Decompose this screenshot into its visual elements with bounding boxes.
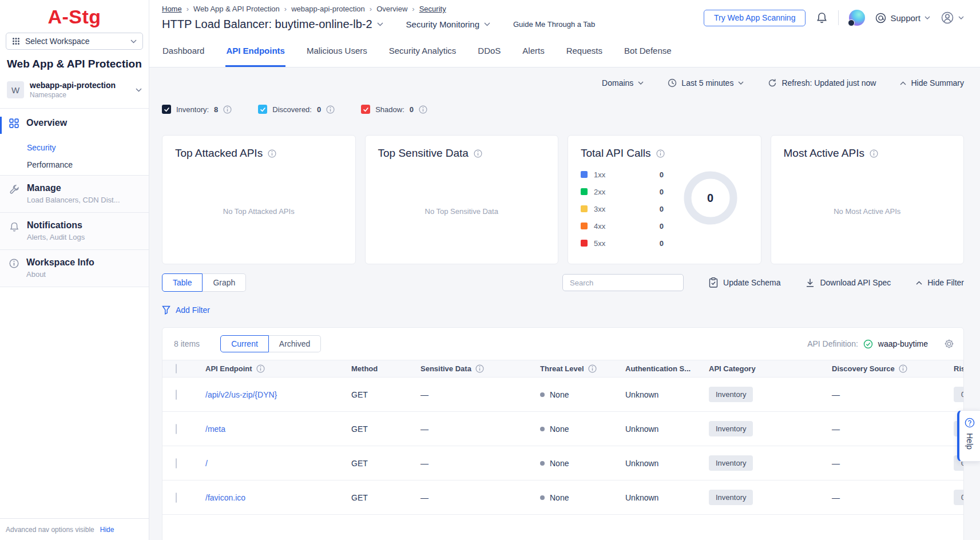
authentication-cell: Unknown — [625, 459, 709, 468]
monitoring-selector[interactable]: Security Monitoring — [406, 19, 490, 29]
tab-api-endpoints[interactable]: API Endpoints — [225, 46, 285, 67]
tab-ddos[interactable]: DDoS — [477, 46, 501, 67]
avatar-badge — [848, 19, 855, 26]
sidebar-item-performance[interactable]: Performance — [27, 160, 149, 169]
column-header-authentication-s: Authentication S... — [625, 364, 709, 373]
chevron-up-icon — [900, 81, 906, 85]
filter-checkbox-inventory[interactable]: Inventory:8 — [162, 105, 232, 114]
row-checkbox[interactable] — [176, 458, 177, 468]
archived-tab[interactable]: Archived — [269, 335, 321, 352]
filter-checkbox-discovered[interactable]: Discovered:0 — [258, 105, 335, 114]
current-tab[interactable]: Current — [220, 335, 269, 352]
select-all-checkbox[interactable] — [176, 364, 177, 374]
info-icon[interactable] — [268, 149, 276, 158]
domains-dropdown[interactable]: Domains — [602, 78, 644, 88]
tab-dashboard[interactable]: Dashboard — [162, 46, 205, 67]
info-icon[interactable] — [870, 149, 878, 158]
info-icon[interactable] — [419, 105, 427, 114]
chevron-down-icon — [130, 39, 137, 43]
legend-label: 4xx — [594, 222, 605, 231]
filter-checkbox-shadow[interactable]: Shadow:0 — [361, 105, 427, 114]
support-icon — [875, 13, 886, 23]
breadcrumb-item[interactable]: webapp-api-protection — [291, 5, 376, 13]
info-icon[interactable] — [656, 149, 665, 158]
gear-icon[interactable] — [944, 339, 954, 349]
namespace-selector[interactable]: W webapp-api-protection Namespace — [0, 77, 149, 109]
search-input[interactable] — [562, 274, 684, 291]
api-definition-label: API Definition: — [807, 339, 858, 348]
info-icon[interactable] — [475, 364, 484, 373]
sidebar-item-workspace-info[interactable]: Workspace InfoAbout — [0, 250, 149, 287]
breadcrumb-item[interactable]: Web App & API Protection — [193, 5, 291, 13]
column-header-label: Sensitive Data — [420, 364, 471, 373]
info-icon[interactable] — [326, 105, 335, 114]
endpoint-link[interactable]: /meta — [205, 424, 351, 434]
sidebar-item-notifications[interactable]: NotificationsAlerts, Audit Logs — [0, 213, 149, 250]
endpoint-link[interactable]: / — [205, 459, 351, 468]
tab-malicious-users[interactable]: Malicious Users — [306, 46, 368, 67]
help-panel-toggle[interactable]: Help — [957, 410, 980, 462]
time-range-dropdown[interactable]: Last 5 minutes — [668, 78, 744, 88]
filter-label: Inventory: — [176, 105, 209, 114]
try-web-app-scanning-button[interactable]: Try Web App Scanning — [704, 10, 806, 26]
checkbox-checked-icon[interactable] — [162, 105, 171, 114]
account-menu[interactable] — [941, 11, 964, 25]
row-checkbox[interactable] — [176, 424, 177, 434]
hide-summary-toggle[interactable]: Hide Summary — [900, 78, 964, 88]
discovery-source-cell: — — [832, 493, 954, 502]
tab-alerts[interactable]: Alerts — [522, 46, 545, 67]
threat-level-text: None — [550, 459, 569, 468]
page-tabs: DashboardAPI EndpointsMalicious UsersSec… — [149, 34, 980, 68]
update-schema-button[interactable]: Update Schema — [709, 277, 780, 288]
legend-color-swatch — [581, 205, 588, 212]
support-menu[interactable]: Support — [875, 13, 930, 23]
sidebar-item-manage[interactable]: ManageLoad Balancers, CDN Dist... — [0, 176, 149, 213]
assistant-avatar[interactable] — [849, 10, 865, 26]
tab-requests[interactable]: Requests — [566, 46, 603, 67]
hide-nav-link[interactable]: Hide — [100, 526, 114, 534]
notifications-bell-icon[interactable] — [816, 11, 828, 24]
endpoint-link[interactable]: /favicon.ico — [205, 493, 351, 502]
api-category-chip: Inventory — [709, 387, 753, 402]
column-header-threat-level: Threat Level — [540, 364, 625, 373]
empty-state-text: No Top Sensitive Data — [366, 207, 558, 216]
checkbox-checked-icon[interactable] — [258, 105, 267, 114]
tab-security-analytics[interactable]: Security Analytics — [388, 46, 457, 67]
hide-filter-toggle[interactable]: Hide Filter — [916, 278, 964, 287]
graph-view-button[interactable]: Graph — [203, 273, 246, 292]
table-view-button[interactable]: Table — [162, 273, 203, 292]
breadcrumb-item[interactable]: Home — [162, 5, 193, 13]
breadcrumb-item[interactable]: Overview — [376, 5, 419, 13]
api-definition-name[interactable]: waap-buytime — [878, 339, 928, 348]
breadcrumb-item[interactable]: Security — [419, 5, 446, 13]
info-icon[interactable] — [256, 364, 265, 373]
column-header-api-endpoint: API Endpoint — [205, 364, 351, 373]
row-checkbox[interactable] — [176, 390, 177, 400]
column-header-label: Discovery Source — [832, 364, 895, 373]
endpoint-link[interactable]: /api/v2/us-zip/{DYN} — [205, 390, 351, 399]
legend-value: 0 — [660, 170, 664, 179]
info-icon[interactable] — [588, 364, 597, 373]
refresh-button[interactable]: Refresh: Updated just now — [768, 78, 876, 88]
sidebar-item-overview[interactable]: Overview — [0, 109, 149, 133]
workspace-selector[interactable]: Select Workspace — [6, 33, 143, 50]
download-api-spec-button[interactable]: Download API Spec — [806, 278, 891, 288]
info-icon[interactable] — [899, 364, 907, 373]
tab-bot-defense[interactable]: Bot Defense — [624, 46, 672, 67]
row-checkbox[interactable] — [176, 493, 177, 503]
guide-me-link[interactable]: Guide Me Through a Tab — [513, 20, 595, 29]
method-cell: GET — [351, 459, 420, 468]
main-content: Domains Last 5 minutes Refresh: Updated … — [149, 68, 980, 540]
page-title-group[interactable]: HTTP Load Balancer: buytime-online-lb-2 — [162, 18, 383, 31]
api-category-chip: Inventory — [709, 421, 753, 436]
column-header-label: API Category — [709, 364, 756, 373]
sidebar-item-label: Manage — [27, 183, 120, 193]
bell-icon — [9, 221, 19, 241]
sidebar-item-security[interactable]: Security — [27, 143, 149, 152]
add-filter-button[interactable]: Add Filter — [162, 305, 210, 315]
legend-label: 5xx — [594, 239, 605, 248]
column-header-label: Method — [351, 364, 378, 373]
info-icon[interactable] — [474, 149, 482, 158]
info-icon[interactable] — [223, 105, 232, 114]
checkbox-checked-icon[interactable] — [361, 105, 370, 114]
